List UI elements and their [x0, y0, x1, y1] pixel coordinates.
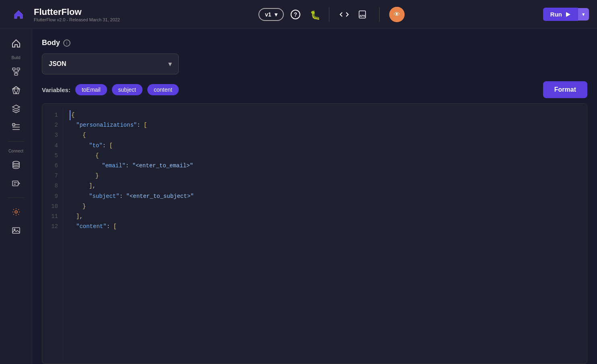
svg-text:🐛: 🐛	[310, 10, 319, 20]
svg-rect-10	[14, 73, 18, 75]
svg-rect-9	[17, 68, 20, 70]
code-line-2: "personalizations": [	[70, 120, 580, 130]
sidebar-item-database[interactable]	[4, 157, 28, 173]
sidebar-item-home[interactable]	[4, 35, 28, 51]
body-type-dropdown[interactable]: JSON ▾	[42, 53, 179, 74]
svg-rect-25	[12, 123, 15, 126]
sidebar-divider-1	[8, 141, 24, 142]
sidebar-divider-2	[8, 197, 24, 198]
svg-text:APK: APK	[359, 14, 366, 17]
sidebar-item-settings[interactable]	[4, 204, 28, 220]
home-button[interactable]	[8, 4, 29, 25]
code-line-1: {	[70, 110, 580, 120]
sidebar-item-layers[interactable]	[4, 101, 28, 116]
code-line-8: ],	[70, 181, 580, 191]
header-divider	[329, 7, 329, 22]
header-center: v1 ▾ ? 🐛	[120, 7, 543, 22]
code-content: 1 2 3 4 5 6 7 8 9 10 11 12 {	[42, 104, 587, 364]
run-button[interactable]: Run	[543, 8, 578, 21]
code-body[interactable]: { "personalizations": [ { "to": [ {	[63, 107, 587, 360]
info-icon[interactable]: i	[63, 39, 70, 47]
sidebar-item-media[interactable]	[4, 223, 28, 238]
svg-rect-8	[12, 68, 15, 70]
line-numbers: 1 2 3 4 5 6 7 8 9 10 11 12	[42, 107, 63, 360]
apk-button[interactable]: APK	[357, 9, 370, 20]
content-area: Body i JSON ▾ Variables: toEmail subject…	[32, 29, 597, 364]
header-icons: ? 🐛 APK	[290, 7, 405, 22]
code-line-11: ],	[70, 212, 580, 222]
sidebar-item-theme[interactable]	[4, 82, 28, 98]
svg-marker-21	[12, 105, 20, 109]
code-line-9: "subject": "<enter_to_subject>"	[70, 191, 580, 202]
format-button[interactable]: Format	[543, 81, 587, 98]
bug-button[interactable]: 🐛	[309, 9, 319, 20]
svg-line-20	[16, 89, 19, 94]
body-title: Body	[42, 39, 60, 47]
code-line-6: "email": "<enter_to_email>"	[70, 161, 580, 171]
code-line-3: {	[70, 130, 580, 140]
user-avatar[interactable]: 👁	[389, 7, 405, 22]
dropdown-arrow-icon: ▾	[168, 60, 172, 68]
sidebar: Build	[0, 29, 32, 364]
svg-text:?: ?	[293, 11, 297, 18]
svg-text:👁: 👁	[394, 11, 400, 18]
main-layout: Build	[0, 29, 597, 364]
svg-point-30	[15, 211, 17, 213]
app-name: FlutterFlow	[34, 7, 120, 17]
code-line-10: }	[70, 202, 580, 212]
svg-marker-7	[566, 12, 570, 17]
variables-label: Variables:	[42, 86, 70, 93]
app-subtitle: FlutterFlow v2.0 - Released March 31, 20…	[34, 17, 120, 22]
version-selector[interactable]: v1 ▾	[258, 8, 284, 21]
build-label: Build	[11, 56, 20, 60]
sidebar-item-widget-tree[interactable]	[4, 64, 28, 79]
code-button[interactable]	[339, 9, 349, 20]
connect-label: Connect	[8, 149, 23, 153]
body-type-value: JSON	[49, 60, 66, 68]
help-button[interactable]: ?	[290, 9, 301, 20]
code-line-4: "to": [	[70, 141, 580, 151]
logo-section: FlutterFlow FlutterFlow v2.0 - Released …	[8, 4, 120, 25]
code-line-7: }	[70, 171, 580, 181]
header: FlutterFlow FlutterFlow v2.0 - Released …	[0, 0, 597, 29]
sidebar-item-navigation[interactable]	[4, 119, 28, 135]
run-dropdown-button[interactable]: ▾	[578, 8, 589, 21]
header-divider-2	[379, 7, 380, 22]
variable-chip-subject[interactable]: subject	[112, 84, 143, 95]
svg-marker-15	[12, 86, 20, 94]
variable-chip-content[interactable]: content	[147, 84, 179, 95]
variable-chip-toemail[interactable]: toEmail	[75, 84, 107, 95]
code-line-5: {	[70, 151, 580, 161]
svg-rect-27	[12, 181, 18, 186]
logo-text: FlutterFlow FlutterFlow v2.0 - Released …	[34, 7, 120, 22]
run-button-group: Run ▾	[543, 8, 589, 21]
variables-row: Variables: toEmail subject content Forma…	[42, 84, 587, 95]
sidebar-item-api[interactable]	[4, 176, 28, 191]
svg-point-26	[13, 161, 19, 164]
code-editor[interactable]: 1 2 3 4 5 6 7 8 9 10 11 12 {	[42, 103, 587, 364]
svg-line-19	[14, 89, 16, 94]
body-header: Body i	[42, 39, 587, 47]
code-line-12: "content": [	[70, 222, 580, 232]
svg-rect-31	[12, 228, 20, 233]
